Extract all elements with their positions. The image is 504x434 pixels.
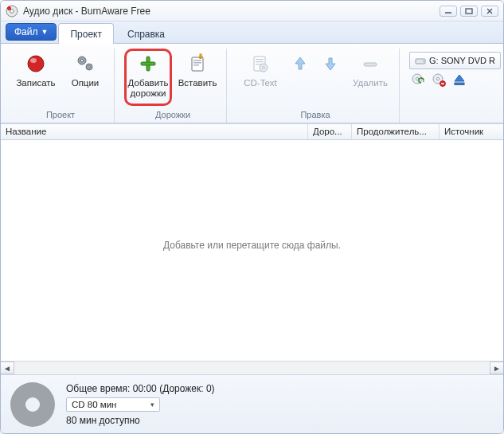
- tab-project-label: Проект: [70, 29, 102, 40]
- ribbon-group-edit: CD-Text: [232, 49, 400, 123]
- svg-rect-18: [193, 62, 201, 64]
- add-tracks-label: Добавить дорожки: [128, 78, 169, 99]
- status-bar: Общее время: 00:00 (Дорожек: 0) CD 80 ми…: [1, 374, 503, 433]
- maximize-button[interactable]: [460, 6, 478, 17]
- tab-help[interactable]: Справка: [115, 23, 177, 44]
- svg-rect-15: [141, 62, 155, 65]
- svg-rect-20: [200, 54, 201, 58]
- insert-label: Вставить: [178, 78, 217, 88]
- options-label: Опции: [72, 78, 100, 88]
- plus-icon: [137, 53, 159, 75]
- ribbon-group-tracks: Добавить дорожки Вставить: [119, 49, 227, 123]
- svg-point-11: [80, 59, 83, 61]
- drive-icon: [415, 55, 426, 66]
- scroll-track[interactable]: [14, 362, 490, 374]
- ribbon-group-drive-label: [409, 87, 501, 100]
- svg-rect-17: [193, 60, 201, 61]
- svg-point-9: [30, 58, 37, 63]
- svg-point-29: [423, 61, 424, 62]
- column-headers: Название Доро... Продолжитель... Источни…: [1, 123, 503, 140]
- svg-rect-35: [441, 83, 444, 84]
- disc-refresh-icon[interactable]: [411, 72, 425, 87]
- insert-icon: [186, 53, 209, 75]
- options-icon: [74, 53, 96, 75]
- move-up-button[interactable]: [286, 49, 315, 106]
- app-icon: [6, 5, 18, 18]
- close-button[interactable]: [481, 6, 498, 17]
- arrow-up-icon: [289, 53, 311, 75]
- ribbon-group-tracks-label: Дорожки: [124, 108, 221, 121]
- drive-select[interactable]: G: SONY DVD R: [409, 52, 501, 69]
- ribbon-group-project-label: Проект: [12, 108, 109, 121]
- svg-rect-36: [455, 83, 464, 84]
- svg-rect-22: [256, 59, 264, 60]
- delete-label: Удалить: [353, 78, 388, 88]
- title-bar: Аудио диск - BurnAware Free: [1, 1, 503, 22]
- available-label: 80 мин доступно: [66, 415, 215, 426]
- svg-rect-23: [256, 61, 264, 62]
- column-duration[interactable]: Продолжитель...: [352, 124, 440, 139]
- cdtext-button[interactable]: CD-Text: [236, 49, 284, 106]
- column-source[interactable]: Источник: [440, 124, 503, 139]
- column-name[interactable]: Название: [1, 124, 308, 139]
- svg-point-2: [8, 6, 11, 10]
- svg-rect-27: [364, 63, 377, 66]
- file-menu-button[interactable]: Файл ▼: [6, 23, 57, 41]
- svg-point-26: [263, 67, 265, 69]
- disc-erase-icon[interactable]: [432, 72, 446, 87]
- minimize-button[interactable]: [440, 6, 457, 17]
- add-tracks-button[interactable]: Добавить дорожки: [124, 49, 172, 106]
- ribbon: Записать Опции Проект: [1, 44, 503, 123]
- disc-usage-icon: [10, 382, 55, 427]
- svg-point-1: [10, 9, 14, 13]
- options-button[interactable]: Опции: [61, 49, 109, 106]
- tab-project[interactable]: Проект: [58, 23, 114, 44]
- scroll-left-button[interactable]: ◄: [1, 362, 14, 374]
- disc-preset-value: CD 80 мин: [72, 400, 116, 409]
- ribbon-group-edit-label: Правка: [236, 108, 394, 121]
- track-list[interactable]: Добавьте или перетащите сюда файлы.: [1, 140, 503, 361]
- horizontal-scrollbar[interactable]: ◄ ►: [1, 361, 503, 374]
- drive-label: G: SONY DVD R: [429, 56, 495, 65]
- total-time-label: Общее время: 00:00 (Дорожек: 0): [66, 383, 215, 394]
- file-menu-label: Файл: [14, 26, 38, 37]
- insert-button[interactable]: Вставить: [174, 49, 221, 106]
- app-window: Аудио диск - BurnAware Free Файл ▼ Проек…: [0, 0, 504, 434]
- svg-point-33: [436, 77, 439, 80]
- svg-point-31: [416, 77, 418, 80]
- record-icon: [25, 53, 47, 75]
- column-tracks[interactable]: Доро...: [308, 124, 352, 139]
- ribbon-group-drive: G: SONY DVD R: [404, 49, 504, 123]
- svg-rect-16: [192, 57, 203, 71]
- drive-actions: [409, 72, 501, 87]
- empty-placeholder: Добавьте или перетащите сюда файлы.: [1, 240, 503, 251]
- burn-button[interactable]: Записать: [12, 49, 60, 106]
- tab-help-label: Справка: [127, 29, 165, 40]
- scroll-right-button[interactable]: ►: [490, 362, 503, 374]
- window-title: Аудио диск - BurnAware Free: [23, 6, 150, 17]
- eject-icon[interactable]: [452, 72, 467, 87]
- delete-icon: [359, 53, 381, 75]
- burn-label: Записать: [16, 78, 55, 88]
- svg-rect-4: [466, 9, 472, 14]
- delete-button[interactable]: Удалить: [346, 49, 394, 106]
- tab-strip: Файл ▼ Проект Справка: [1, 22, 503, 44]
- arrow-down-icon: [319, 53, 342, 75]
- svg-point-13: [88, 66, 91, 68]
- svg-rect-19: [193, 65, 199, 66]
- move-down-button[interactable]: [316, 49, 345, 106]
- disc-preset-select[interactable]: CD 80 мин ▾: [66, 397, 160, 412]
- chevron-down-icon: ▾: [150, 401, 154, 409]
- ribbon-group-project: Записать Опции Проект: [7, 49, 115, 123]
- cdtext-label: CD-Text: [244, 78, 277, 88]
- svg-rect-24: [256, 64, 261, 65]
- cdtext-icon: [249, 53, 272, 75]
- chevron-down-icon: ▼: [41, 28, 49, 36]
